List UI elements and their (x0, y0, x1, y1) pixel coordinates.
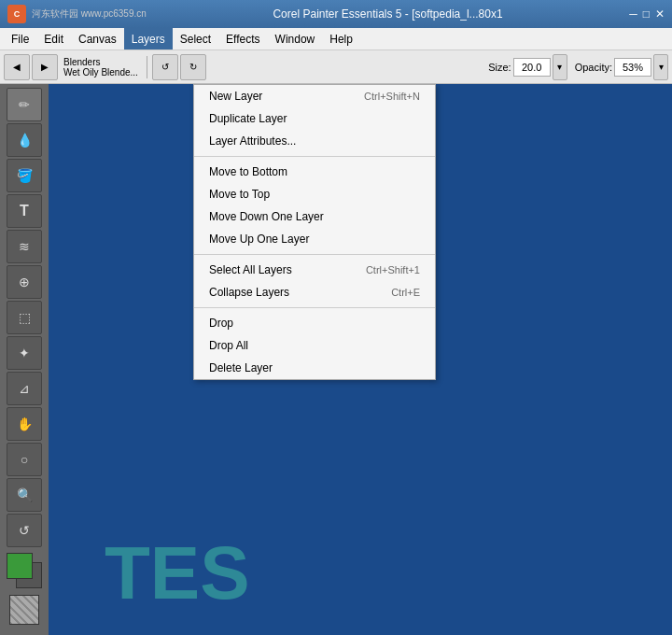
watermark-text: 河东软件园 www.pc6359.cn (32, 7, 147, 21)
size-input[interactable] (513, 58, 551, 77)
toolbar-sep-1 (147, 56, 147, 78)
menu-item-move-down-layer[interactable]: Move Down One Layer (194, 205, 435, 228)
tool-text[interactable]: T (7, 194, 42, 228)
menu-item-collapse-layers[interactable]: Collapse Layers Ctrl+E (194, 281, 435, 303)
menu-item-move-top[interactable]: Move to Top (194, 183, 435, 205)
select-all-layers-label: Select All Layers (209, 263, 292, 276)
menu-edit[interactable]: Edit (36, 28, 71, 49)
menu-layers[interactable]: Layers (124, 28, 173, 49)
title-bar-title: Corel Painter Essentials 5 - [softpedia_… (154, 7, 622, 21)
menu-item-drop[interactable]: Drop (194, 312, 435, 334)
separator-1 (194, 156, 435, 157)
main-area: ✏ 💧 🪣 T ≋ ⊕ ⬚ ✦ ⊿ ✋ ○ 🔍 ↺ Blenders Wet O… (0, 84, 672, 635)
separator-3 (194, 307, 435, 308)
title-bar: C 河东软件园 www.pc6359.cn Corel Painter Esse… (0, 0, 672, 28)
tool-rotate-left[interactable]: ↺ (152, 54, 178, 80)
menu-item-layer-attributes[interactable]: Layer Attributes... (194, 130, 435, 152)
opacity-label: Opacity: (575, 62, 612, 73)
tool-layer-adjuster[interactable]: ⊿ (7, 372, 42, 405)
layers-dropdown-menu: New Layer Ctrl+Shift+N Duplicate Layer L… (193, 84, 436, 380)
brush-name: Wet Oily Blende... (63, 67, 138, 78)
brush-category: Blenders (63, 57, 138, 67)
move-bottom-label: Move to Bottom (209, 165, 287, 178)
collapse-layers-shortcut: Ctrl+E (391, 287, 420, 298)
canvas-sub-text: TES (105, 530, 250, 616)
drop-all-label: Drop All (209, 339, 248, 352)
move-down-layer-label: Move Down One Layer (209, 210, 324, 223)
menu-help[interactable]: Help (322, 28, 360, 49)
color-swatch-area[interactable] (7, 553, 42, 588)
app-logo: C (7, 5, 26, 23)
layer-attributes-label: Layer Attributes... (209, 134, 296, 148)
menu-item-duplicate-layer[interactable]: Duplicate Layer (194, 107, 435, 130)
toolbar-prev-brush[interactable]: ◀ (4, 54, 30, 80)
minimize-button[interactable]: ─ (629, 7, 637, 21)
move-up-layer-label: Move Up One Layer (209, 233, 309, 246)
move-top-label: Move to Top (209, 188, 270, 201)
menu-item-drop-all[interactable]: Drop All (194, 334, 435, 357)
tool-smear[interactable]: ≋ (7, 230, 42, 263)
tool-grabber[interactable]: ✋ (7, 407, 42, 441)
tool-rotate[interactable]: ↺ (7, 514, 42, 547)
new-layer-shortcut: Ctrl+Shift+N (364, 91, 420, 102)
menu-bar: File Edit Canvas Layers Select Effects W… (0, 28, 672, 50)
tool-transform[interactable]: ✦ (7, 336, 42, 370)
tool-zoom[interactable]: 🔍 (7, 478, 42, 512)
tool-eyedropper[interactable]: 💧 (7, 123, 42, 157)
close-button[interactable]: ✕ (655, 7, 665, 21)
menu-item-move-up-layer[interactable]: Move Up One Layer (194, 228, 435, 250)
tool-clone[interactable]: ⊕ (7, 265, 42, 299)
tool-brush[interactable]: ✏ (7, 88, 42, 121)
size-label: Size: (488, 62, 511, 73)
opacity-dropdown[interactable]: ▾ (653, 54, 668, 80)
menu-item-move-bottom[interactable]: Move to Bottom (194, 161, 435, 183)
menu-item-delete-layer[interactable]: Delete Layer (194, 357, 435, 379)
tool-rotate-right[interactable]: ↻ (180, 54, 206, 80)
paper-texture-swatch[interactable] (7, 592, 42, 628)
brush-selector[interactable]: Blenders Wet Oily Blende... (63, 57, 138, 78)
new-layer-label: New Layer (209, 90, 262, 103)
menu-window[interactable]: Window (268, 28, 323, 49)
toolbar-next-brush[interactable]: ▶ (32, 54, 58, 80)
maximize-button[interactable]: □ (643, 7, 650, 21)
delete-layer-label: Delete Layer (209, 361, 273, 374)
select-all-layers-shortcut: Ctrl+Shift+1 (366, 264, 420, 275)
drop-label: Drop (209, 317, 233, 330)
toolbar: ◀ ▶ Blenders Wet Oily Blende... ↺ ↻ Size… (0, 50, 672, 84)
size-dropdown[interactable]: ▾ (553, 54, 567, 80)
menu-item-select-all-layers[interactable]: Select All Layers Ctrl+Shift+1 (194, 259, 435, 281)
menu-file[interactable]: File (4, 28, 36, 49)
separator-2 (194, 254, 435, 255)
menu-canvas[interactable]: Canvas (71, 28, 124, 49)
tool-selection-rect[interactable]: ⬚ (7, 301, 42, 334)
menu-item-new-layer[interactable]: New Layer Ctrl+Shift+N (194, 85, 435, 107)
color-swatch-foreground[interactable] (7, 553, 33, 579)
opacity-input[interactable] (614, 58, 651, 77)
menu-effects[interactable]: Effects (218, 28, 267, 49)
duplicate-layer-label: Duplicate Layer (209, 112, 287, 125)
tool-paint-bucket[interactable]: 🪣 (7, 159, 42, 192)
canvas-area: Blenders Wet Oily Blende... SOFTPE TES N… (49, 84, 672, 635)
collapse-layers-label: Collapse Layers (209, 286, 289, 299)
left-toolbar: ✏ 💧 🪣 T ≋ ⊕ ⬚ ✦ ⊿ ✋ ○ 🔍 ↺ (0, 84, 49, 635)
tool-oval-select[interactable]: ○ (7, 443, 42, 476)
menu-select[interactable]: Select (173, 28, 218, 49)
